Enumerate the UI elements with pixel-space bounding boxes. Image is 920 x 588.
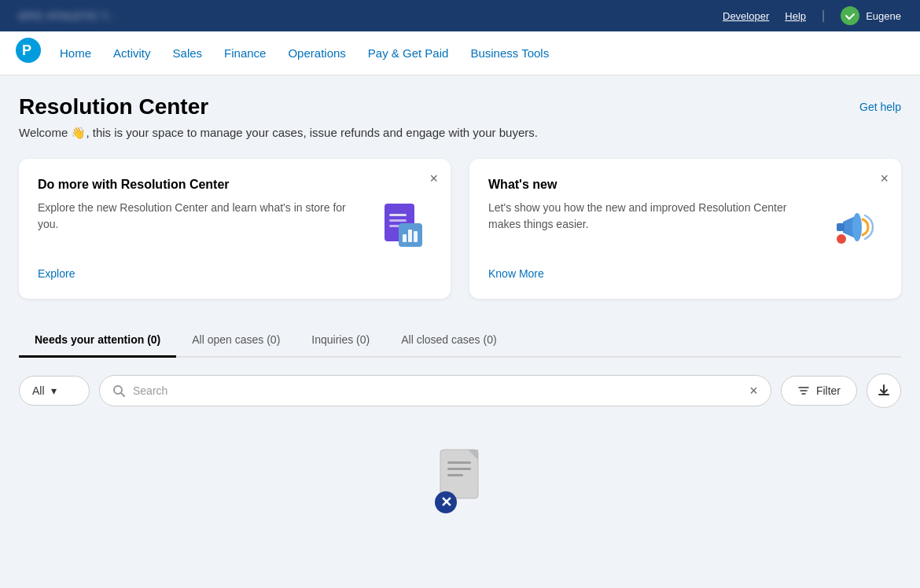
filters-row: All ▾ × Filter [19, 358, 901, 414]
download-icon [877, 384, 891, 398]
tab-inquiries[interactable]: Inquiries (0) [296, 324, 385, 358]
megaphone-illustration [827, 200, 882, 255]
tab-all-open[interactable]: All open cases (0) [176, 324, 296, 358]
svg-rect-21 [447, 461, 471, 464]
resolution-illustration [377, 200, 432, 255]
svg-rect-22 [447, 468, 471, 470]
do-more-title: Do more with Resolution Center [38, 178, 432, 192]
company-name: EPIC ATHLETIC T... [19, 10, 117, 22]
developer-link[interactable]: Developer [723, 10, 769, 22]
empty-state-icon: ✕ [429, 446, 491, 516]
nav-pay-get-paid[interactable]: Pay & Get Paid [368, 46, 449, 60]
whats-new-text: Let's show you how the new and improved … [488, 200, 815, 233]
nav-bar: P Home Activity Sales Finance Operations… [0, 31, 920, 75]
svg-line-15 [121, 393, 124, 396]
paypal-icon: P [16, 38, 41, 63]
svg-rect-7 [403, 234, 407, 242]
whats-new-body: Let's show you how the new and improved … [488, 200, 882, 255]
nav-home[interactable]: Home [60, 46, 91, 60]
empty-state: ✕ [19, 414, 901, 548]
nav-finance[interactable]: Finance [224, 46, 266, 60]
do-more-close-button[interactable]: × [429, 171, 438, 186]
tab-needs-attention[interactable]: Needs your attention (0) [19, 324, 176, 358]
user-avatar [841, 6, 859, 25]
welcome-text: Welcome 👋, this is your space to manage … [19, 126, 901, 140]
do-more-text: Explore the new Resolution Center and le… [38, 200, 364, 233]
nav-sales[interactable]: Sales [173, 46, 203, 60]
filter-icon [797, 384, 810, 397]
search-input[interactable] [133, 384, 742, 397]
search-clear-button[interactable]: × [749, 384, 758, 398]
svg-rect-3 [389, 214, 407, 216]
case-type-dropdown[interactable]: All ▾ [19, 376, 90, 406]
cards-container: × Do more with Resolution Center Explore… [19, 159, 901, 299]
whats-new-illustration [827, 200, 882, 255]
help-link[interactable]: Help [785, 10, 806, 22]
page-header: Resolution Center Get help [19, 94, 901, 119]
main-content: Resolution Center Get help Welcome 👋, th… [0, 75, 920, 548]
svg-rect-9 [414, 231, 418, 242]
nav-operations[interactable]: Operations [288, 46, 345, 60]
whats-new-title: What's new [488, 178, 882, 192]
page-title: Resolution Center [19, 94, 208, 119]
svg-rect-8 [408, 230, 412, 242]
svg-point-11 [852, 213, 862, 241]
do-more-card: × Do more with Resolution Center Explore… [19, 159, 451, 299]
user-menu[interactable]: Eugene [841, 6, 901, 25]
download-button[interactable] [867, 373, 901, 408]
top-bar: EPIC ATHLETIC T... Developer Help | Euge… [0, 0, 920, 31]
search-bar: × [99, 375, 771, 406]
filter-button[interactable]: Filter [781, 376, 857, 406]
tabs-container: Needs your attention (0) All open cases … [19, 324, 901, 548]
whats-new-close-button[interactable]: × [880, 171, 889, 186]
do-more-explore-link[interactable]: Explore [38, 267, 432, 280]
tabs: Needs your attention (0) All open cases … [19, 324, 901, 358]
get-help-link[interactable]: Get help [859, 101, 901, 113]
search-icon [112, 384, 125, 397]
svg-rect-5 [389, 225, 400, 227]
nav-activity[interactable]: Activity [113, 46, 151, 60]
filter-label: Filter [816, 384, 841, 397]
do-more-illustration [377, 200, 432, 255]
empty-illustration: ✕ [429, 446, 491, 516]
svg-point-13 [837, 234, 846, 244]
svg-rect-23 [447, 474, 463, 476]
chevron-down-icon: ▾ [51, 384, 57, 397]
paypal-logo[interactable]: P [16, 38, 41, 68]
checkmark-icon [845, 10, 856, 21]
top-bar-right: Developer Help | Eugene [723, 6, 901, 25]
nav-business-tools[interactable]: Business Tools [470, 46, 549, 60]
divider: | [822, 9, 825, 23]
do-more-body: Explore the new Resolution Center and le… [38, 200, 432, 255]
svg-rect-12 [837, 223, 845, 231]
dropdown-value: All [32, 384, 45, 397]
svg-text:✕: ✕ [440, 494, 452, 510]
svg-text:P: P [22, 42, 31, 58]
svg-rect-4 [389, 219, 407, 222]
nav-links: Home Activity Sales Finance Operations P… [60, 46, 549, 61]
user-name: Eugene [866, 10, 901, 22]
whats-new-know-more-link[interactable]: Know More [488, 267, 882, 280]
whats-new-card: × What's new Let's show you how the new … [469, 159, 901, 299]
tab-all-closed[interactable]: All closed cases (0) [385, 324, 512, 358]
